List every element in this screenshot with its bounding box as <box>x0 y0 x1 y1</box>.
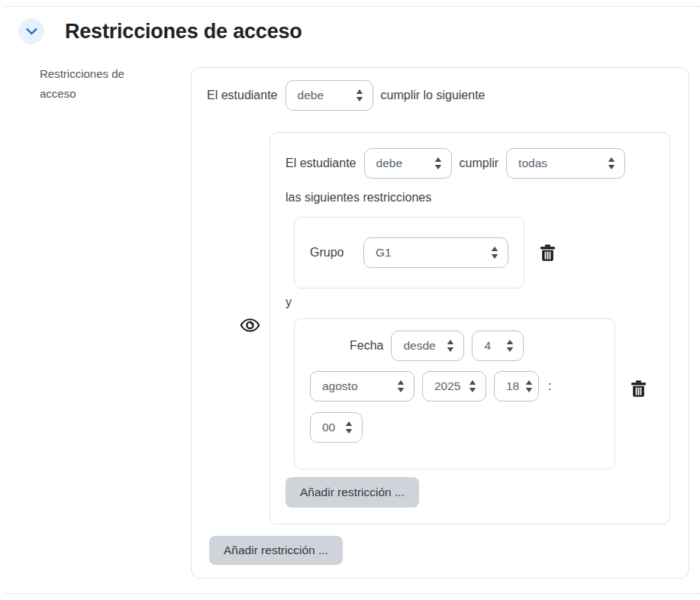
date-direction-select[interactable]: desde <box>391 331 464 361</box>
chevron-down-icon <box>26 28 37 35</box>
group-select[interactable]: G1 <box>363 237 508 268</box>
date-label: Fecha <box>350 339 383 353</box>
restriction-set-panel: El estudiante debe cumplir todas las sig… <box>269 132 670 524</box>
visibility-toggle-button[interactable] <box>240 317 260 334</box>
set-condition-row: El estudiante debe cumplir todas <box>285 148 654 179</box>
up-down-arrows-icon <box>469 380 476 392</box>
set-prefix-label: El estudiante <box>285 156 356 170</box>
date-row-1: Fecha desde 4 <box>350 331 599 361</box>
delete-date-restriction-button[interactable] <box>630 380 647 398</box>
date-day-select[interactable]: 4 <box>472 331 524 361</box>
add-restriction-inner-button[interactable]: Añadir restricción ... <box>285 477 419 508</box>
root-operator-select[interactable]: debe <box>285 80 373 111</box>
date-row-3: 00 <box>310 412 599 443</box>
date-minute-select[interactable]: 00 <box>310 412 363 443</box>
set-suffix-label: las siguientes restricciones <box>285 191 654 205</box>
bottom-divider <box>5 593 700 594</box>
date-row-2: agosto 2025 18 : <box>310 371 599 402</box>
up-down-arrows-icon <box>434 157 442 169</box>
date-month-select[interactable]: agosto <box>310 371 415 402</box>
date-restriction-row: Fecha desde 4 agosto <box>285 318 654 469</box>
group-restriction-card: Grupo G1 <box>294 217 524 289</box>
up-down-arrows-icon <box>506 340 514 352</box>
up-down-arrows-icon <box>608 157 615 169</box>
group-label: Grupo <box>310 246 350 260</box>
up-down-arrows-icon <box>525 380 533 392</box>
up-down-arrows-icon <box>447 340 454 352</box>
up-down-arrows-icon <box>345 421 353 434</box>
up-down-arrows-icon <box>356 89 363 102</box>
up-down-arrows-icon <box>397 380 405 392</box>
access-restrictions-panel: El estudiante debe cumplir lo siguiente … <box>191 67 689 579</box>
set-operator-select[interactable]: debe <box>364 148 452 179</box>
joiner-label: y <box>285 293 654 311</box>
eye-icon <box>240 317 260 334</box>
section-header: Restricciones de acceso <box>18 18 302 44</box>
root-condition-row: El estudiante debe cumplir lo siguiente <box>207 80 689 111</box>
time-separator-label: : <box>548 379 551 393</box>
set-middle-label: cumplir <box>460 156 499 170</box>
trash-icon <box>630 380 647 398</box>
sidebar-label: Restricciones de acceso <box>40 64 154 104</box>
date-hour-select[interactable]: 18 <box>494 371 539 402</box>
group-restriction-row: Grupo G1 <box>285 217 654 289</box>
root-suffix-label: cumplir lo siguiente <box>381 89 485 102</box>
up-down-arrows-icon <box>491 247 498 259</box>
root-prefix-label: El estudiante <box>207 89 278 102</box>
trash-icon <box>539 244 556 262</box>
delete-group-restriction-button[interactable] <box>539 244 556 262</box>
set-quantifier-select[interactable]: todas <box>506 148 625 179</box>
top-divider <box>5 6 700 7</box>
section-title: Restricciones de acceso <box>65 20 302 44</box>
add-restriction-outer-button[interactable]: Añadir restricción ... <box>209 536 343 565</box>
section-collapse-button[interactable] <box>18 18 44 44</box>
date-year-select[interactable]: 2025 <box>422 371 486 402</box>
date-restriction-card: Fecha desde 4 agosto <box>294 318 615 469</box>
